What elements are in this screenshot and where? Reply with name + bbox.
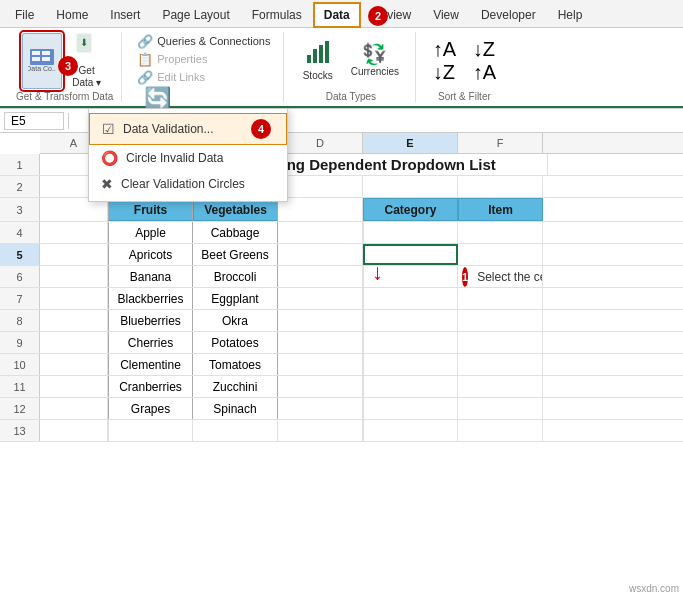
cell-e13[interactable] (363, 420, 458, 441)
row-num-7[interactable]: 7 (0, 288, 40, 309)
stocks-button[interactable]: Stocks (297, 33, 339, 89)
cell-c11[interactable]: Zucchini (193, 376, 278, 397)
col-header-d[interactable]: D (278, 133, 363, 153)
row-num-11[interactable]: 11 (0, 376, 40, 397)
row-num-6[interactable]: 6 (0, 266, 40, 287)
cell-c13[interactable] (193, 420, 278, 441)
row-num-5[interactable]: 5 (0, 244, 40, 265)
cell-a4[interactable] (40, 222, 108, 243)
tab-help[interactable]: Help (547, 1, 594, 27)
cell-f2[interactable] (458, 176, 543, 197)
tab-insert[interactable]: Insert (99, 1, 151, 27)
row-num-10[interactable]: 10 (0, 354, 40, 375)
cell-e3-header[interactable]: Category (363, 198, 458, 221)
cell-d3[interactable] (278, 198, 363, 221)
cell-a11[interactable] (40, 376, 108, 397)
cell-f8[interactable] (458, 310, 543, 331)
data-co-button[interactable]: Data Co... (22, 33, 62, 89)
row-num-4[interactable]: 4 (0, 222, 40, 243)
tab-page-layout[interactable]: Page Layout (151, 1, 240, 27)
cell-a12[interactable] (40, 398, 108, 419)
currencies-button[interactable]: 💱 Currencies (345, 33, 405, 89)
cell-c10[interactable]: Tomatoes (193, 354, 278, 375)
cell-d8[interactable] (278, 310, 363, 331)
clear-validation-circles-item[interactable]: ✖ Clear Validation Circles (89, 171, 287, 197)
cell-b10[interactable]: Clementine (108, 354, 193, 375)
cell-d4[interactable] (278, 222, 363, 243)
cell-c5[interactable]: Beet Greens (193, 244, 278, 265)
cell-f12[interactable] (458, 398, 543, 419)
data-validation-menu-item[interactable]: ☑ Data Validation... 4 (89, 113, 287, 145)
cell-f5[interactable] (458, 244, 543, 265)
cell-f3-header[interactable]: Item (458, 198, 543, 221)
row-num-3[interactable]: 3 (0, 198, 40, 221)
cell-f9[interactable] (458, 332, 543, 353)
cell-d9[interactable] (278, 332, 363, 353)
cell-e7[interactable] (363, 288, 458, 309)
tab-data[interactable]: Data (313, 2, 361, 28)
row-num-9[interactable]: 9 (0, 332, 40, 353)
row-num-12[interactable]: 12 (0, 398, 40, 419)
cell-c6[interactable]: Broccoli (193, 266, 278, 287)
cell-d11[interactable] (278, 376, 363, 397)
cell-b7[interactable]: Blackberries (108, 288, 193, 309)
cell-reference-box[interactable]: E5 (4, 112, 64, 130)
cell-e6[interactable]: ↑ (363, 266, 458, 287)
properties-btn[interactable]: 📋 Properties (132, 50, 212, 68)
tab-formulas[interactable]: Formulas (241, 1, 313, 27)
cell-a13[interactable] (40, 420, 108, 441)
cell-d5[interactable] (278, 244, 363, 265)
cell-e11[interactable] (363, 376, 458, 397)
row-num-2[interactable]: 2 (0, 176, 40, 197)
cell-b9[interactable]: Cherries (108, 332, 193, 353)
cell-b13[interactable] (108, 420, 193, 441)
cell-a10[interactable] (40, 354, 108, 375)
cell-c7[interactable]: Eggplant (193, 288, 278, 309)
sort-descending-button[interactable]: ↓Z↑A (466, 33, 502, 89)
row-num-13[interactable]: 13 (0, 420, 40, 441)
cell-b4[interactable]: Apple (108, 222, 193, 243)
cell-c12[interactable]: Spinach (193, 398, 278, 419)
tab-file[interactable]: File (4, 1, 45, 27)
edit-links-btn[interactable]: 🔗 Edit Links (132, 68, 210, 86)
cell-d6[interactable] (278, 266, 363, 287)
col-header-e[interactable]: E (363, 133, 458, 153)
cell-d13[interactable] (278, 420, 363, 441)
cell-e12[interactable] (363, 398, 458, 419)
tab-home[interactable]: Home (45, 1, 99, 27)
cell-a9[interactable] (40, 332, 108, 353)
cell-d7[interactable] (278, 288, 363, 309)
cell-f11[interactable] (458, 376, 543, 397)
sort-ascending-button[interactable]: ↑A↓Z (426, 33, 462, 89)
cell-e4[interactable] (363, 222, 458, 243)
cell-e2[interactable] (363, 176, 458, 197)
cell-a7[interactable] (40, 288, 108, 309)
cell-f6[interactable]: 1 Select the cell (458, 266, 543, 287)
tab-developer[interactable]: Developer (470, 1, 547, 27)
cell-c8[interactable]: Okra (193, 310, 278, 331)
cell-e8[interactable] (363, 310, 458, 331)
row-num-1[interactable]: 1 (0, 154, 40, 175)
cell-b8[interactable]: Blueberries (108, 310, 193, 331)
col-header-f[interactable]: F (458, 133, 543, 153)
cell-e10[interactable] (363, 354, 458, 375)
cell-d2[interactable] (278, 176, 363, 197)
cell-f13[interactable] (458, 420, 543, 441)
cell-b6[interactable]: Banana (108, 266, 193, 287)
cell-f10[interactable] (458, 354, 543, 375)
tab-view[interactable]: View (422, 1, 470, 27)
cell-f7[interactable] (458, 288, 543, 309)
cell-a5[interactable] (40, 244, 108, 265)
cell-b11[interactable]: Cranberries (108, 376, 193, 397)
cell-a8[interactable] (40, 310, 108, 331)
cell-d12[interactable] (278, 398, 363, 419)
circle-invalid-data-item[interactable]: ⭕ Circle Invalid Data (89, 145, 287, 171)
cell-e9[interactable] (363, 332, 458, 353)
cell-e5[interactable] (363, 244, 458, 265)
cell-a6[interactable] (40, 266, 108, 287)
cell-c4[interactable]: Cabbage (193, 222, 278, 243)
cell-f4[interactable] (458, 222, 543, 243)
cell-b5[interactable]: Apricots (108, 244, 193, 265)
queries-connections-btn[interactable]: 🔗 Queries & Connections (132, 32, 275, 50)
cell-c9[interactable]: Potatoes (193, 332, 278, 353)
